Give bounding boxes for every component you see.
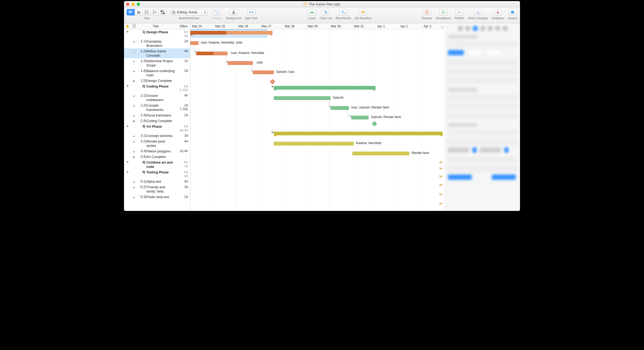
disclosure-triangle-icon[interactable]: [126, 85, 129, 87]
outline-row[interactable]: 2.1)Choose middleware4h: [124, 93, 190, 103]
view-resources-button[interactable]: [135, 9, 143, 15]
date-header[interactable]: Apr 2: [399, 24, 422, 28]
outline-row[interactable]: 2.3)Parse framistans2d: [124, 112, 190, 118]
zoom-icon[interactable]: ⌕: [441, 24, 443, 28]
gantt-body[interactable]: Ivan; Kwame; Henrietta; JulieIvan; Kwame…: [190, 29, 445, 211]
svg-rect-21: [252, 12, 253, 13]
outline-row[interactable]: 5.1)Alpha test4d: [124, 179, 190, 184]
svg-rect-12: [161, 10, 162, 12]
catchup-button[interactable]: [322, 9, 330, 15]
disclosure-triangle-icon[interactable]: [126, 171, 129, 173]
document-icon: [304, 2, 307, 6]
reschedule-group: Reschedule: [336, 9, 351, 20]
gantt-bar[interactable]: [190, 41, 198, 45]
outline-body[interactable]: 1)Design Phase1w 4d1.1)Gameplay Brainsto…: [124, 29, 190, 211]
close-window-button[interactable]: [126, 3, 129, 6]
outline-row[interactable]: 5.2)“Friends and family” beta3d: [124, 184, 190, 194]
outline-row[interactable]: 3.2)Render pixel sprites4d: [124, 139, 190, 148]
drag-column-header[interactable]: ✋: [124, 24, 131, 28]
setbaseline-button[interactable]: [359, 9, 367, 15]
reschedule-button[interactable]: [339, 9, 347, 15]
outline-row[interactable]: 3)Art Phase1w 4d 4h: [124, 124, 190, 133]
violations-button[interactable]: [494, 9, 502, 15]
date-header[interactable]: Mar 25: [213, 24, 237, 28]
date-header[interactable]: Mar 29: [306, 24, 329, 28]
view-calendar-button[interactable]: [143, 9, 151, 15]
gantt-bar[interactable]: [190, 31, 273, 35]
gantt-bar[interactable]: [274, 142, 354, 145]
simulations-label: Simulations: [436, 16, 451, 20]
date-header[interactable]: Mar 28: [283, 24, 306, 28]
outline-row[interactable]: 1.5)Design Complete: [124, 78, 190, 84]
svg-rect-16: [215, 11, 216, 11]
date-header[interactable]: Mar 24: [190, 24, 213, 28]
publish-button[interactable]: [455, 9, 463, 15]
outline-row[interactable]: 4)Combine art and code4w 2h: [124, 160, 190, 169]
outline-row[interactable]: 2.4)Coding Complete: [124, 118, 190, 124]
minimize-window-button[interactable]: [131, 3, 135, 6]
outline-row[interactable]: 1.4)Balance underlying math2d: [124, 68, 190, 78]
inspect-button[interactable]: i: [509, 9, 517, 15]
outline-row[interactable]: 2)Coding Phase1w 3.75h: [124, 84, 190, 93]
gantt-bar[interactable]: [228, 61, 253, 65]
connect-button[interactable]: [213, 9, 221, 15]
gantt-bar[interactable]: [351, 116, 369, 119]
disclosure-triangle-icon[interactable]: [126, 126, 129, 127]
date-header[interactable]: Mar 26: [237, 24, 260, 28]
row-title: Compile frameworks: [146, 103, 176, 112]
gantt-bar[interactable]: [253, 70, 274, 74]
row-effort: 1d: [176, 59, 190, 63]
outline-row[interactable]: 1.2)Refine Game Concepts4d: [124, 48, 190, 58]
row-title: Testing Phase: [146, 170, 176, 174]
outline-row[interactable]: 5.3)Public beta test2d: [124, 194, 190, 200]
date-header[interactable]: Mar 27: [260, 24, 283, 28]
reports-button[interactable]: [423, 9, 431, 15]
gantt-bar[interactable]: [331, 106, 349, 110]
level-button[interactable]: [308, 9, 316, 15]
gantt-bar[interactable]: [274, 96, 331, 100]
date-header[interactable]: Apr 1: [375, 24, 399, 28]
row-effort: 2d 7.75h: [176, 103, 190, 111]
outline-row[interactable]: 1)Design Phase1w 4d: [124, 29, 190, 39]
bullet-icon: [133, 136, 135, 137]
outline-row[interactable]: 2.2)Compile frameworks2d 7.75h: [124, 103, 190, 112]
disclosure-triangle-icon[interactable]: [126, 161, 129, 163]
menu-icon: [172, 11, 175, 14]
view-styles-button[interactable]: [159, 9, 167, 15]
milestone-marker[interactable]: [372, 121, 377, 126]
note-column-header[interactable]: [131, 24, 137, 28]
milestone-icon: [133, 120, 135, 122]
view-network-button[interactable]: [151, 9, 159, 15]
effort-column-header[interactable]: Effort: [175, 24, 190, 28]
showchanges-button[interactable]: [474, 9, 482, 15]
baseline-dropdown[interactable]: Editing: Actual ▴▾: [170, 9, 208, 15]
outline-row[interactable]: 5)Testing Phase1w 4d: [124, 169, 190, 179]
milestone-marker[interactable]: [270, 79, 275, 84]
outline-row[interactable]: 1.1)Gameplay Brainstorm2d: [124, 39, 190, 48]
bullet-icon: [133, 181, 135, 183]
gantt-bar[interactable]: [274, 86, 376, 90]
assignment-button[interactable]: [230, 9, 238, 15]
note-icon[interactable]: [132, 50, 135, 53]
svg-rect-4: [137, 12, 140, 14]
disclosure-triangle-icon[interactable]: [126, 31, 129, 33]
outline-row[interactable]: 3.4)Art Complete: [124, 154, 190, 160]
split-button[interactable]: [247, 9, 255, 15]
date-header[interactable]: Mar 30: [329, 24, 352, 28]
gantt-bar[interactable]: [352, 152, 409, 155]
outline-row[interactable]: 1.3)Determine Project Scope1d: [124, 58, 190, 68]
row-effort: 1w 3.75h: [176, 84, 190, 92]
view-gantt-button[interactable]: [127, 9, 135, 15]
overflow-indicator-icon: ≫: [439, 183, 443, 187]
outline-row[interactable]: 3.3)Fleece polygons2d 4h: [124, 148, 190, 154]
gantt-bar[interactable]: [274, 132, 443, 135]
zoom-window-button[interactable]: [137, 3, 140, 6]
outline-row[interactable]: 3.1)Concept sketches3d: [124, 133, 190, 139]
title-column-header[interactable]: Title: [137, 24, 175, 28]
bullet-icon: [133, 151, 135, 152]
date-header[interactable]: Mar 31: [352, 24, 375, 28]
simulations-button[interactable]: [439, 9, 447, 15]
gantt-bar[interactable]: [196, 52, 227, 55]
titlebar: The Game Plan.oplx: [124, 1, 520, 7]
catchup-label: Catch Up: [320, 16, 332, 20]
